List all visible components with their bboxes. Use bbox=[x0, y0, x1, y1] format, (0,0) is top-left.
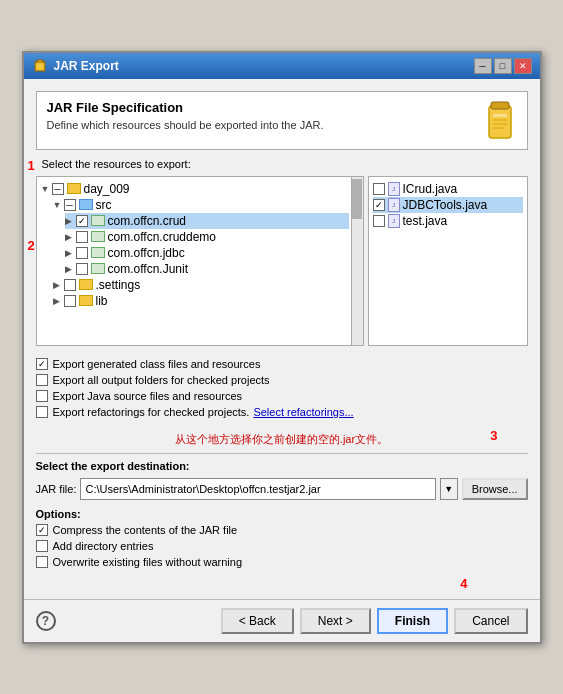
cancel-button[interactable]: Cancel bbox=[454, 608, 527, 634]
file-icon-testjava: J bbox=[388, 214, 400, 228]
file-icon-jdbctools: J bbox=[388, 198, 400, 212]
label-export-output[interactable]: Export all output folders for checked pr… bbox=[53, 374, 270, 386]
tree-label-settings: .settings bbox=[96, 278, 141, 292]
close-button[interactable]: ✕ bbox=[514, 58, 532, 74]
checkbox-src[interactable] bbox=[64, 199, 76, 211]
pkg-icon-crud bbox=[91, 215, 105, 226]
step2-label: 2 bbox=[28, 238, 35, 253]
back-button[interactable]: < Back bbox=[221, 608, 294, 634]
checkbox-jdbctools[interactable] bbox=[373, 199, 385, 211]
header-section: JAR File Specification Define which reso… bbox=[36, 91, 528, 150]
folder-icon-settings bbox=[79, 279, 93, 290]
svg-rect-2 bbox=[36, 63, 44, 70]
section-title: JAR File Specification bbox=[47, 100, 517, 115]
next-button[interactable]: Next > bbox=[300, 608, 371, 634]
checkbox-lib[interactable] bbox=[64, 295, 76, 307]
step4-area: 4 bbox=[36, 576, 528, 591]
tree-item-junit[interactable]: ▶ com.offcn.Junit bbox=[65, 261, 349, 277]
checkbox-settings[interactable] bbox=[64, 279, 76, 291]
tree-label-icrud: ICrud.java bbox=[403, 182, 458, 196]
folder-icon-src bbox=[79, 199, 93, 210]
tree-label-lib: lib bbox=[96, 294, 108, 308]
tree-label-jdbc: com.offcn.jdbc bbox=[108, 246, 185, 260]
annotation-text: 从这个地方选择你之前创建的空的.jar文件。 bbox=[36, 432, 528, 447]
jar-file-label: JAR file: bbox=[36, 483, 77, 495]
tree-item-jdbctools[interactable]: J JDBCTools.java bbox=[373, 197, 523, 213]
step1-label: 1 bbox=[28, 158, 35, 173]
title-bar: JAR Export ─ □ ✕ bbox=[24, 53, 540, 79]
checkbox-crud[interactable] bbox=[76, 215, 88, 227]
export-dest-label: Select the export destination: bbox=[36, 460, 528, 472]
checkbox-junit[interactable] bbox=[76, 263, 88, 275]
help-button[interactable]: ? bbox=[36, 611, 56, 631]
checkbox-adddir[interactable] bbox=[36, 540, 48, 552]
tree-label-testjava: test.java bbox=[403, 214, 448, 228]
tree-item-settings[interactable]: ▶ .settings bbox=[53, 277, 349, 293]
checkbox-export-output[interactable] bbox=[36, 374, 48, 386]
tree-scrollbar[interactable] bbox=[351, 177, 363, 345]
tree-label-junit: com.offcn.Junit bbox=[108, 262, 188, 276]
minimize-button[interactable]: ─ bbox=[474, 58, 492, 74]
checkbox-jdbc[interactable] bbox=[76, 247, 88, 259]
step3-label: 3 bbox=[490, 428, 497, 443]
divider bbox=[36, 453, 528, 454]
maximize-button[interactable]: □ bbox=[494, 58, 512, 74]
checkbox-export-class[interactable] bbox=[36, 358, 48, 370]
window-controls: ─ □ ✕ bbox=[474, 58, 532, 74]
svg-rect-4 bbox=[491, 102, 509, 109]
option-row-refactoring: Export refactorings for checked projects… bbox=[36, 406, 528, 418]
tree-item-jdbc[interactable]: ▶ com.offcn.jdbc bbox=[65, 245, 349, 261]
tree-item-icrud[interactable]: J ICrud.java bbox=[373, 181, 523, 197]
tree-label-src: src bbox=[96, 198, 112, 212]
checkbox-icrud[interactable] bbox=[373, 183, 385, 195]
option-row-overwrite: Overwrite existing files without warning bbox=[36, 556, 528, 568]
option-row-adddir: Add directory entries bbox=[36, 540, 528, 552]
option-row-output: Export all output folders for checked pr… bbox=[36, 374, 528, 386]
expand-arrow-junit: ▶ bbox=[65, 264, 75, 274]
tree-item-crud[interactable]: ▶ com.offcn.crud bbox=[65, 213, 349, 229]
label-export-source[interactable]: Export Java source files and resources bbox=[53, 390, 243, 402]
label-export-refactoring: Export refactorings for checked projects… bbox=[53, 406, 250, 418]
tree-item-cruddemo[interactable]: ▶ com.offcn.cruddemo bbox=[65, 229, 349, 245]
svg-rect-1 bbox=[37, 60, 43, 63]
pkg-icon-jdbc bbox=[91, 247, 105, 258]
jar-file-dropdown[interactable]: ▼ bbox=[440, 478, 458, 500]
checkbox-day009[interactable] bbox=[52, 183, 64, 195]
footer-left: ? bbox=[36, 611, 56, 631]
window-icon bbox=[32, 58, 48, 74]
expand-arrow-src: ▼ bbox=[53, 200, 63, 210]
tree-item-testjava[interactable]: J test.java bbox=[373, 213, 523, 229]
finish-button[interactable]: Finish bbox=[377, 608, 448, 634]
checkbox-overwrite[interactable] bbox=[36, 556, 48, 568]
tree-right[interactable]: J ICrud.java J JDBCTools.java J test.jav… bbox=[368, 176, 528, 346]
tree-panel: ▼ day_009 ▼ src ▶ bbox=[36, 176, 528, 346]
folder-icon-day009 bbox=[67, 183, 81, 194]
label-export-class[interactable]: Export generated class files and resourc… bbox=[53, 358, 261, 370]
tree-left[interactable]: ▼ day_009 ▼ src ▶ bbox=[36, 176, 364, 346]
tree-label-cruddemo: com.offcn.cruddemo bbox=[108, 230, 217, 244]
browse-button[interactable]: Browse... bbox=[462, 478, 528, 500]
expand-arrow-crud: ▶ bbox=[65, 216, 75, 226]
checkbox-testjava[interactable] bbox=[373, 215, 385, 227]
checkbox-compress[interactable] bbox=[36, 524, 48, 536]
pkg-icon-cruddemo bbox=[91, 231, 105, 242]
select-refactorings-link[interactable]: Select refactorings... bbox=[253, 406, 353, 418]
tree-item-day009[interactable]: ▼ day_009 bbox=[41, 181, 349, 197]
tree-label-crud: com.offcn.crud bbox=[108, 214, 186, 228]
folder-icon-lib bbox=[79, 295, 93, 306]
options-title: Options: bbox=[36, 508, 528, 520]
footer: ? < Back Next > Finish Cancel bbox=[24, 599, 540, 642]
checkbox-cruddemo[interactable] bbox=[76, 231, 88, 243]
expand-arrow-lib: ▶ bbox=[53, 296, 63, 306]
checkbox-export-source[interactable] bbox=[36, 390, 48, 402]
label-overwrite[interactable]: Overwrite existing files without warning bbox=[53, 556, 243, 568]
tree-item-src[interactable]: ▼ src bbox=[53, 197, 349, 213]
label-compress[interactable]: Compress the contents of the JAR file bbox=[53, 524, 238, 536]
svg-rect-5 bbox=[493, 114, 507, 117]
file-icon-icrud: J bbox=[388, 182, 400, 196]
tree-item-lib[interactable]: ▶ lib bbox=[53, 293, 349, 309]
label-adddir[interactable]: Add directory entries bbox=[53, 540, 154, 552]
checkbox-export-refactoring[interactable] bbox=[36, 406, 48, 418]
jar-file-input[interactable] bbox=[80, 478, 435, 500]
scrollbar-thumb bbox=[352, 179, 362, 219]
